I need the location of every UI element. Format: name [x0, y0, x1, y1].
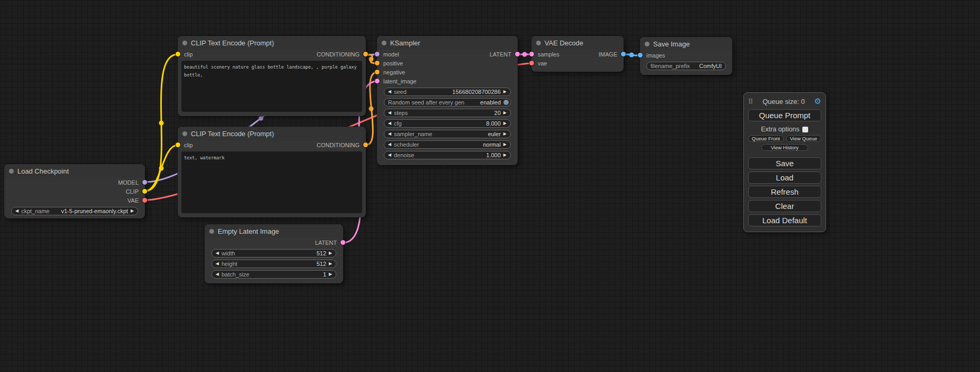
prompt-textarea[interactable]: text, watermark	[181, 151, 362, 213]
queue-buttons-row: Queue Front View Queue	[748, 135, 821, 142]
node-clip-text-encode-positive[interactable]: CLIP Text Encode (Prompt) clip CONDITION…	[178, 36, 366, 116]
node-header[interactable]: Load Checkpoint	[4, 164, 145, 178]
width-widget[interactable]: ◀ width 512 ▶	[211, 249, 336, 257]
node-header[interactable]: CLIP Text Encode (Prompt)	[178, 36, 366, 50]
input-port-images[interactable]	[638, 53, 643, 58]
widget-value: euler	[488, 131, 500, 137]
seed-toggle-icon[interactable]	[503, 100, 509, 105]
input-port-negative[interactable]	[375, 70, 380, 74]
collapse-toggle-icon[interactable]	[182, 41, 187, 45]
node-header[interactable]: Save Image	[640, 37, 732, 51]
input-port-latent-image[interactable]	[375, 79, 380, 83]
widget-name: seed	[394, 89, 406, 95]
decrement-arrow-icon[interactable]: ◀	[216, 251, 219, 255]
queue-panel: ⠿ Queue size: 0 ⚙ Queue Prompt Extra opt…	[743, 92, 826, 232]
batch-size-widget[interactable]: ◀ batch_size 1 ▶	[211, 270, 336, 279]
widget-name: width	[221, 250, 235, 256]
height-widget[interactable]: ◀ height 512 ▶	[211, 260, 336, 268]
decrement-arrow-icon[interactable]: ◀	[388, 90, 391, 94]
collapse-toggle-icon[interactable]	[536, 41, 541, 45]
prompt-textarea[interactable]: beautiful scenery nature glass bottle la…	[181, 61, 362, 112]
input-port-positive[interactable]	[375, 61, 380, 65]
increment-arrow-icon[interactable]: ▶	[329, 272, 332, 276]
queue-front-button[interactable]: Queue Front	[748, 135, 784, 142]
node-empty-latent-image[interactable]: Empty Latent Image LATENT ◀ width 512 ▶ …	[205, 224, 343, 283]
widget-name: filename_prefix	[651, 63, 690, 69]
random-seed-widget[interactable]: Random seed after every gen enabled	[384, 98, 511, 107]
load-button[interactable]: Load	[748, 171, 821, 184]
increment-arrow-icon[interactable]: ▶	[503, 153, 507, 157]
increment-arrow-icon[interactable]: ▶	[329, 251, 332, 255]
output-port-conditioning[interactable]	[363, 52, 368, 56]
sampler-name-widget[interactable]: ◀ sampler_name euler ▶	[384, 130, 511, 138]
refresh-button[interactable]: Refresh	[748, 186, 821, 198]
widget-value: enabled	[480, 99, 501, 106]
decrement-arrow-icon[interactable]: ◀	[15, 209, 18, 213]
increment-arrow-icon[interactable]: ▶	[503, 90, 507, 94]
ckpt-name-widget[interactable]: ◀ ckpt_name v1-5-pruned-emaonly.ckpt ▶	[11, 207, 138, 215]
output-port-vae[interactable]	[142, 198, 147, 203]
clear-button[interactable]: Clear	[748, 200, 821, 212]
node-save-image[interactable]: Save Image images filename_prefix ComfyU…	[640, 37, 732, 75]
collapse-toggle-icon[interactable]	[645, 42, 649, 46]
widget-value: ComfyUI	[699, 63, 722, 69]
node-header[interactable]: Empty Latent Image	[205, 224, 343, 238]
input-port-clip[interactable]	[176, 52, 180, 56]
seed-widget[interactable]: ◀ seed 156680208700286 ▶	[384, 88, 511, 96]
output-port-model[interactable]	[142, 180, 147, 185]
node-title: CLIP Text Encode (Prompt)	[191, 39, 274, 47]
increment-arrow-icon[interactable]: ▶	[503, 132, 507, 136]
input-port-vae[interactable]	[529, 61, 534, 65]
load-default-button[interactable]: Load Default	[748, 214, 821, 226]
input-port-model[interactable]	[375, 52, 380, 56]
extra-options-row: Extra options	[748, 126, 821, 133]
output-port-clip[interactable]	[142, 189, 147, 194]
output-port-image[interactable]	[621, 52, 626, 56]
filename-prefix-widget[interactable]: filename_prefix ComfyUI	[646, 62, 726, 70]
increment-arrow-icon[interactable]: ▶	[503, 142, 507, 147]
node-clip-text-encode-negative[interactable]: CLIP Text Encode (Prompt) clip CONDITION…	[178, 127, 366, 217]
queue-prompt-button[interactable]: Queue Prompt	[748, 109, 821, 121]
save-button[interactable]: Save	[748, 157, 821, 169]
collapse-toggle-icon[interactable]	[209, 229, 214, 234]
cfg-widget[interactable]: ◀ cfg 8.000 ▶	[384, 119, 511, 128]
extra-options-checkbox[interactable]	[802, 127, 808, 132]
view-history-button[interactable]: View History	[761, 144, 808, 151]
node-header[interactable]: KSampler	[377, 36, 518, 50]
decrement-arrow-icon[interactable]: ◀	[216, 262, 219, 266]
node-header[interactable]: VAE Decode	[531, 36, 624, 50]
output-port-conditioning[interactable]	[363, 142, 368, 147]
collapse-toggle-icon[interactable]	[182, 131, 187, 136]
decrement-arrow-icon[interactable]: ◀	[388, 153, 391, 157]
increment-arrow-icon[interactable]: ▶	[131, 209, 134, 213]
output-row: CLIP	[4, 187, 145, 196]
output-label-latent: LATENT	[315, 240, 337, 246]
increment-arrow-icon[interactable]: ▶	[503, 111, 507, 115]
input-port-clip[interactable]	[176, 142, 180, 147]
increment-arrow-icon[interactable]: ▶	[329, 262, 332, 266]
denoise-widget[interactable]: ◀ denoise 1.000 ▶	[384, 151, 511, 159]
view-queue-button[interactable]: View Queue	[786, 135, 822, 142]
input-port-samples[interactable]	[529, 52, 534, 56]
widget-value: v1-5-pruned-emaonly.ckpt	[61, 208, 128, 214]
decrement-arrow-icon[interactable]: ◀	[216, 272, 219, 276]
steps-widget[interactable]: ◀ steps 20 ▶	[384, 109, 511, 117]
output-port-latent[interactable]	[341, 240, 345, 245]
output-label-vae: VAE	[128, 197, 139, 204]
node-ksampler[interactable]: KSampler model LATENT positive negative …	[377, 36, 518, 165]
collapse-toggle-icon[interactable]	[9, 169, 14, 174]
settings-gear-icon[interactable]: ⚙	[814, 97, 821, 106]
node-load-checkpoint[interactable]: Load Checkpoint MODEL CLIP VAE ◀ ckpt_na…	[4, 164, 145, 218]
widget-name: batch_size	[221, 271, 249, 278]
decrement-arrow-icon[interactable]: ◀	[388, 142, 391, 147]
output-port-latent[interactable]	[515, 52, 520, 56]
decrement-arrow-icon[interactable]: ◀	[388, 111, 391, 115]
scheduler-widget[interactable]: ◀ scheduler normal ▶	[384, 140, 511, 149]
node-header[interactable]: CLIP Text Encode (Prompt)	[178, 127, 366, 140]
drag-handle-icon[interactable]: ⠿	[748, 98, 753, 106]
decrement-arrow-icon[interactable]: ◀	[388, 121, 391, 126]
increment-arrow-icon[interactable]: ▶	[503, 121, 507, 126]
decrement-arrow-icon[interactable]: ◀	[388, 132, 391, 136]
node-vae-decode[interactable]: VAE Decode samples IMAGE vae	[531, 36, 624, 72]
collapse-toggle-icon[interactable]	[382, 41, 386, 45]
